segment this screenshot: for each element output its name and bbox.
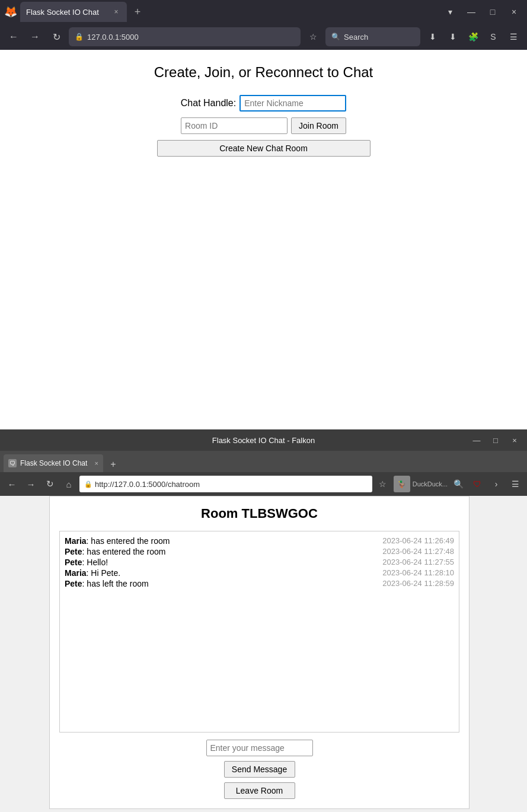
falkon-tabbar: 🗨 Flask Socket IO Chat × + (0, 451, 527, 472)
chat-message-text: Pete: Hello! (65, 558, 108, 567)
falkon-reload-button[interactable]: ↻ (41, 476, 58, 492)
falkon-maximize-btn[interactable]: □ (488, 432, 503, 448)
room-id-input[interactable] (181, 117, 288, 134)
falkon-new-tab-btn[interactable]: + (106, 457, 121, 472)
chat-message-text: Maria: Hi Pete. (65, 568, 120, 578)
firefox-favicon-icon: 🦊 (5, 6, 17, 18)
falkon-bookmark-icon[interactable]: ☆ (375, 476, 391, 492)
chat-message-time: 2023-06-24 11:28:10 (382, 568, 454, 578)
lock-icon: 🔒 (75, 33, 84, 41)
bookmark-star-icon[interactable]: ☆ (304, 28, 322, 46)
search-label: Search (344, 33, 368, 42)
falkon-back-button[interactable]: ← (4, 476, 20, 492)
join-room-button[interactable]: Join Room (291, 117, 346, 134)
leave-room-button[interactable]: Leave Room (224, 782, 295, 799)
chat-message: Pete: Hello!2023-06-24 11:27:55 (65, 558, 454, 567)
firefox-wm-buttons: ▾ — □ × (442, 4, 522, 20)
falkon-vpn-icon[interactable]: 🛡 (469, 476, 486, 492)
message-input[interactable] (206, 740, 313, 756)
chat-message: Maria: has entered the room2023-06-24 11… (65, 536, 454, 546)
falkon-title: Flask Socket IO Chat - Falkon (212, 436, 315, 445)
chat-message-time: 2023-06-24 11:27:48 (382, 547, 454, 556)
falkon-url-text: http://127.0.0.1:5000/chatroom (95, 480, 200, 489)
pocket-icon[interactable]: ⬇ (424, 28, 442, 46)
chat-handle-row: Chat Handle: (181, 95, 346, 112)
falkon-tab-title: Flask Socket IO Chat (20, 459, 87, 467)
room-title: Room TLBSWGOC (59, 506, 459, 521)
chat-messages-area[interactable]: Maria: has entered the room2023-06-24 11… (59, 531, 459, 733)
nickname-input[interactable] (239, 95, 346, 112)
firefox-close-btn[interactable]: × (506, 4, 522, 20)
reload-button[interactable]: ↻ (47, 28, 65, 46)
chatroom-content: Room TLBSWGOC Maria: has entered the roo… (49, 496, 469, 809)
falkon-navbar: ← → ↻ ⌂ 🔒 http://127.0.0.1:5000/chatroom… (0, 472, 527, 496)
url-text: 127.0.0.1:5000 (87, 33, 139, 42)
create-room-button[interactable]: Create New Chat Room (157, 140, 371, 157)
falkon-wm-buttons: — □ × (469, 432, 522, 448)
firefox-page-content: Create, Join, or Reconnect to Chat Chat … (0, 50, 527, 429)
chat-handle-label: Chat Handle: (181, 98, 236, 109)
chat-message: Maria: Hi Pete.2023-06-24 11:28:10 (65, 568, 454, 578)
chat-input-area: Send Message Leave Room (59, 740, 459, 799)
falkon-close-btn[interactable]: × (507, 432, 522, 448)
url-bar[interactable]: 🔒 127.0.0.1:5000 (69, 27, 301, 46)
chat-message-time: 2023-06-24 11:26:49 (382, 536, 454, 546)
falkon-more-btn[interactable]: › (488, 476, 504, 492)
firefox-tab-close-btn[interactable]: × (111, 7, 121, 17)
falkon-tab[interactable]: 🗨 Flask Socket IO Chat × (4, 454, 103, 472)
chat-message-text: Pete: has left the room (65, 579, 149, 588)
send-message-button[interactable]: Send Message (224, 761, 295, 778)
search-bar[interactable]: 🔍 Search (325, 27, 420, 46)
falkon-home-button[interactable]: ⌂ (60, 476, 77, 492)
falkon-duckduck-label: DuckDuck... (413, 480, 448, 488)
falkon-toolbar-right: ☆ 🦆 DuckDuck... 🔍 🛡 › ☰ (375, 476, 523, 492)
falkon-menu-icon[interactable]: ☰ (507, 476, 523, 492)
chat-message-time: 2023-06-24 11:27:55 (382, 558, 454, 567)
falkon-search-icon[interactable]: 🔍 (450, 476, 467, 492)
firefox-tab-title: Flask Socket IO Chat (26, 8, 99, 17)
chat-message: Pete: has entered the room2023-06-24 11:… (65, 547, 454, 556)
toolbar-icons: ⬇ ⬇ 🧩 S ☰ (424, 28, 522, 46)
falkon-duckduckgo-icon[interactable]: 🦆 (394, 476, 410, 492)
chat-message: Pete: has left the room2023-06-24 11:28:… (65, 579, 454, 588)
page-title: Create, Join, or Reconnect to Chat (154, 64, 373, 81)
falkon-tab-favicon-icon: 🗨 (8, 459, 17, 467)
forward-button[interactable]: → (26, 28, 44, 46)
falkon-browser: Flask Socket IO Chat - Falkon — □ × 🗨 Fl… (0, 429, 527, 496)
firefox-minimize-btn[interactable]: — (463, 4, 480, 20)
falkon-forward-button[interactable]: → (23, 476, 39, 492)
falkon-tab-close-btn[interactable]: × (94, 460, 98, 467)
download-icon[interactable]: ⬇ (444, 28, 462, 46)
search-icon: 🔍 (331, 33, 340, 41)
chat-message-text: Maria: has entered the room (65, 536, 170, 546)
falkon-titlebar: Flask Socket IO Chat - Falkon — □ × (0, 429, 527, 451)
firefox-new-tab-btn[interactable]: + (129, 4, 146, 20)
firefox-navbar: ← → ↻ 🔒 127.0.0.1:5000 ☆ 🔍 Search ⬇ ⬇ 🧩 … (0, 24, 527, 50)
firefox-titlebar: 🦊 Flask Socket IO Chat × + ▾ — □ × (0, 0, 527, 24)
falkon-url-bar[interactable]: 🔒 http://127.0.0.1:5000/chatroom (79, 476, 372, 492)
create-room-row: Create New Chat Room (157, 140, 371, 157)
falkon-minimize-btn[interactable]: — (469, 432, 484, 448)
chat-message-time: 2023-06-24 11:28:59 (382, 579, 454, 588)
account-icon[interactable]: S (484, 28, 502, 46)
menu-icon[interactable]: ☰ (504, 28, 522, 46)
firefox-tab[interactable]: Flask Socket IO Chat × (20, 2, 127, 22)
firefox-tab-dropdown-icon[interactable]: ▾ (442, 4, 458, 20)
back-button[interactable]: ← (5, 28, 23, 46)
firefox-browser: 🦊 Flask Socket IO Chat × + ▾ — □ × ← → ↻… (0, 0, 527, 50)
extensions-icon[interactable]: 🧩 (464, 28, 482, 46)
join-room-row: Join Room (181, 117, 346, 134)
firefox-maximize-btn[interactable]: □ (484, 4, 501, 20)
chat-message-text: Pete: has entered the room (65, 547, 165, 556)
falkon-secure-icon: 🔒 (84, 480, 92, 488)
